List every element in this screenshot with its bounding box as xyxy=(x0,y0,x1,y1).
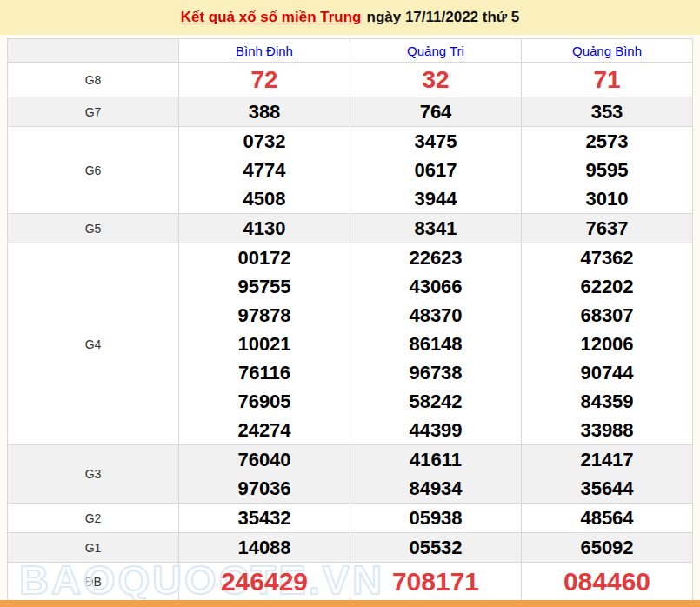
prize-number: 68307 xyxy=(522,301,692,330)
prize-cell: 71 xyxy=(522,63,693,97)
prize-number: 43066 xyxy=(350,272,521,301)
prize-number: 65092 xyxy=(522,533,692,562)
prize-number: 22623 xyxy=(350,243,521,272)
page-title: Kết quả xổ số miền Trung ngày 17/11/2022… xyxy=(0,0,700,35)
prize-row: G400172957559787810021761167690524274226… xyxy=(8,243,693,445)
prize-number: 246429 xyxy=(179,563,350,601)
prize-number: 3010 xyxy=(522,184,692,213)
prize-number: 44399 xyxy=(350,416,521,444)
prize-number: 62202 xyxy=(522,272,692,301)
prize-cell: 22623430664837086148967385824244399 xyxy=(350,243,522,445)
prize-cell: 48564 xyxy=(522,504,693,533)
prize-number: 3944 xyxy=(350,184,521,213)
prize-number: 48370 xyxy=(350,301,521,330)
prize-number: 8341 xyxy=(350,214,521,243)
prize-number: 4774 xyxy=(179,156,350,184)
prize-label: G2 xyxy=(8,504,179,533)
prize-number: 4130 xyxy=(179,214,350,243)
prize-cell: 7637 xyxy=(522,214,693,243)
corner-cell xyxy=(8,39,179,63)
prize-number: 97878 xyxy=(179,301,350,330)
province-link-3[interactable]: Quảng Bình xyxy=(572,43,642,58)
prize-number: 35644 xyxy=(522,474,692,503)
prize-label: G6 xyxy=(8,127,179,214)
prize-row: G1140880553265092 xyxy=(8,533,693,563)
prize-cell: 47362622026830712006907448435933988 xyxy=(522,243,693,445)
prize-number: 71 xyxy=(522,63,692,97)
prize-cell: 35432 xyxy=(179,504,350,533)
prize-cell: 8341 xyxy=(350,214,522,243)
prize-number: 4508 xyxy=(179,184,350,213)
prize-cell: 246429 xyxy=(179,563,350,602)
results-body: G8723271G7388764353G60732477445083475061… xyxy=(8,63,693,602)
prize-cell: 05532 xyxy=(350,533,522,563)
prize-number: 76905 xyxy=(179,387,350,416)
prize-number: 14088 xyxy=(179,533,350,562)
column-header: Bình Định xyxy=(179,39,350,63)
prize-label: G7 xyxy=(8,97,179,127)
bottom-orange-bar xyxy=(0,600,700,607)
prize-cell: 2141735644 xyxy=(522,445,693,504)
prize-number: 86148 xyxy=(350,330,521,358)
prize-cell: 7604097036 xyxy=(179,445,350,504)
prize-number: 3475 xyxy=(350,127,521,156)
prize-row: G3760409703641611849342141735644 xyxy=(8,445,693,504)
prize-cell: 347506173944 xyxy=(350,127,522,214)
prize-cell: 257395953010 xyxy=(522,127,693,214)
prize-number: 72 xyxy=(179,63,350,97)
province-link-2[interactable]: Quảng Trị xyxy=(407,43,464,58)
prize-number: 0617 xyxy=(350,156,521,184)
prize-cell: 32 xyxy=(350,63,522,97)
column-header: Quảng Bình xyxy=(522,39,693,63)
prize-number: 48564 xyxy=(522,504,692,532)
prize-number: 58242 xyxy=(350,387,521,416)
prize-number: 96738 xyxy=(350,358,521,387)
prize-number: 7637 xyxy=(522,214,692,243)
prize-number: 47362 xyxy=(522,243,692,272)
prize-cell: 05938 xyxy=(350,504,522,533)
prize-cell: 4161184934 xyxy=(350,445,522,504)
prize-number: 12006 xyxy=(522,330,692,358)
prize-label: G4 xyxy=(8,243,179,445)
prize-number: 41611 xyxy=(350,445,521,474)
prize-label: ĐB xyxy=(8,563,179,602)
prize-row: ĐB246429708171084460 xyxy=(8,563,693,602)
prize-number: 9595 xyxy=(522,156,692,184)
prize-number: 05532 xyxy=(350,533,521,562)
prize-row: G7388764353 xyxy=(8,97,693,127)
prize-number: 388 xyxy=(179,97,350,126)
province-link-1[interactable]: Bình Định xyxy=(236,43,293,58)
prize-number: 764 xyxy=(350,97,521,126)
prize-number: 32 xyxy=(350,63,521,97)
prize-cell: 353 xyxy=(522,97,693,127)
prize-cell: 72 xyxy=(179,63,350,97)
prize-number: 24274 xyxy=(179,416,350,444)
title-date-text: ngày 17/11/2022 thứ 5 xyxy=(367,9,520,26)
prize-number: 2573 xyxy=(522,127,692,156)
prize-number: 708171 xyxy=(350,563,521,601)
prize-number: 84359 xyxy=(522,387,692,416)
prize-label: G3 xyxy=(8,445,179,504)
prize-number: 90744 xyxy=(522,358,692,387)
prize-label: G5 xyxy=(8,214,179,243)
prize-label: G8 xyxy=(8,63,179,97)
prize-number: 97036 xyxy=(179,474,350,503)
prize-number: 35432 xyxy=(179,504,350,532)
prize-number: 0732 xyxy=(179,127,350,156)
prize-number: 84934 xyxy=(350,474,521,503)
prize-cell: 388 xyxy=(179,97,350,127)
prize-number: 76040 xyxy=(179,445,350,474)
prize-row: G2354320593848564 xyxy=(8,504,693,533)
prize-number: 21417 xyxy=(522,445,692,474)
title-link[interactable]: Kết quả xổ số miền Trung xyxy=(181,9,362,26)
prize-cell: 073247744508 xyxy=(179,127,350,214)
prize-cell: 00172957559787810021761167690524274 xyxy=(179,243,350,445)
prize-number: 00172 xyxy=(179,243,350,272)
prize-cell: 4130 xyxy=(179,214,350,243)
prize-row: G5413083417637 xyxy=(8,214,693,243)
prize-number: 084460 xyxy=(522,563,692,601)
lottery-results-table: Bình ĐịnhQuảng TrịQuảng Bình G8723271G73… xyxy=(7,38,693,602)
prize-label: G1 xyxy=(8,533,179,563)
prize-number: 10021 xyxy=(179,330,350,358)
prize-number: 76116 xyxy=(179,358,350,387)
